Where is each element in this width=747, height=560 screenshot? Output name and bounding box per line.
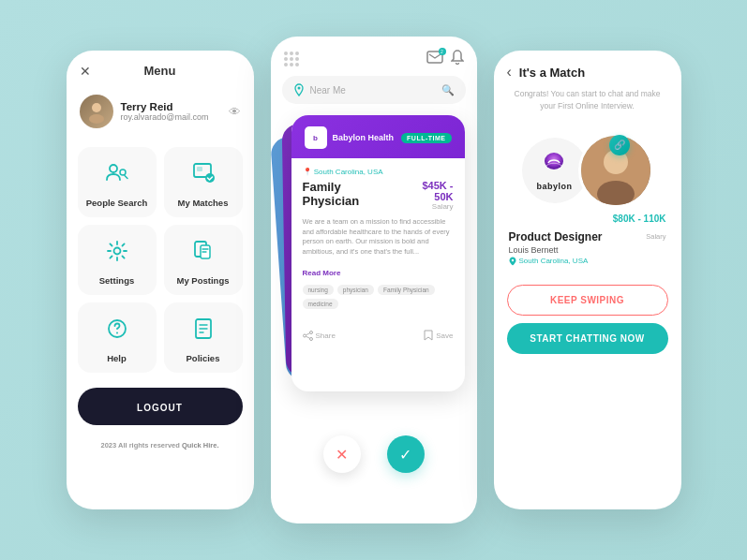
tag-medicine: medicine <box>303 299 338 309</box>
babylon-logo-small: b <box>305 126 327 149</box>
menu-item-help[interactable]: Help <box>78 302 157 373</box>
babylon-logo: babylon <box>536 150 572 191</box>
avatar <box>80 95 113 128</box>
svg-point-7 <box>113 248 120 255</box>
job-search-screen: 2 Near Me 🔍 <box>271 37 477 523</box>
notification-icon-wrap[interactable] <box>451 50 464 68</box>
link-icon: 🔗 <box>609 135 630 155</box>
svg-point-29 <box>511 258 513 260</box>
svg-point-13 <box>116 332 118 334</box>
search-top-bar: 2 <box>271 37 477 76</box>
location-search-bar[interactable]: Near Me 🔍 <box>282 76 466 104</box>
company-name-text: babylon <box>536 182 572 191</box>
menu-header: ✕ Menu <box>67 51 254 87</box>
accept-button[interactable]: ✓ <box>387 435 425 473</box>
card-location: 📍 South Carolina, USA <box>303 168 454 176</box>
menu-item-settings[interactable]: Settings <box>78 225 157 295</box>
menu-title: Menu <box>144 64 176 78</box>
user-email: roy.alvarado@mail.com <box>121 112 241 122</box>
menu-screen: ✕ Menu Terry Reid roy.alvarado@mail.com … <box>67 51 254 509</box>
svg-rect-5 <box>197 167 202 171</box>
back-button[interactable]: ‹ <box>507 64 512 81</box>
eye-icon[interactable]: 👁 <box>229 105 241 119</box>
svg-point-0 <box>92 103 101 112</box>
help-icon <box>104 316 130 347</box>
user-info: Terry Reid roy.alvarado@mail.com <box>121 101 241 122</box>
job-type-badge: FULL-TIME <box>401 133 451 143</box>
match-header: ‹ It's a Match <box>494 51 681 88</box>
card-company-name: Babylon Health <box>333 133 395 142</box>
message-badge: 2 <box>439 48 446 55</box>
settings-icon <box>104 238 130 270</box>
card-actions: Share Save <box>291 324 465 350</box>
card-header: b Babylon Health FULL-TIME <box>291 115 465 158</box>
grid-dots-icon <box>284 52 299 66</box>
card-description: We are a team on a mission to find acces… <box>303 217 454 257</box>
message-icon-wrap[interactable]: 2 <box>426 51 443 67</box>
svg-point-3 <box>120 169 126 175</box>
start-chatting-button[interactable]: START CHATTING NOW <box>507 323 668 354</box>
policies-label: Policies <box>187 353 220 363</box>
share-action[interactable]: Share <box>303 330 336 341</box>
swipe-buttons: ✕ ✓ <box>271 422 477 482</box>
match-subtitle: Congrats! You can start to chat and make… <box>494 88 681 124</box>
person-name: Louis Bernett <box>509 245 666 255</box>
settings-label: Settings <box>99 275 134 286</box>
svg-point-19 <box>297 87 300 90</box>
logout-button[interactable]: LOGOUT <box>78 388 243 425</box>
search-magnifier-icon: 🔍 <box>441 84 455 96</box>
user-profile-row: Terry Reid roy.alvarado@mail.com 👁 <box>67 87 254 140</box>
card-body: 📍 South Carolina, USA Family Physician $… <box>291 158 465 324</box>
my-postings-label: My Postings <box>177 275 230 286</box>
svg-line-23 <box>306 332 309 334</box>
menu-item-my-matches[interactable]: My Matches <box>164 147 243 217</box>
location-icon <box>293 83 305 96</box>
logout-label: LOGOUT <box>137 403 183 413</box>
tag-family: Family Physician <box>378 285 435 295</box>
location-text: Near Me <box>310 85 436 96</box>
match-title: It's a Match <box>519 66 585 80</box>
match-action-buttons: KEEP SWIPING START CHATTING NOW <box>494 272 681 360</box>
svg-point-2 <box>110 165 117 172</box>
job-location: South Carolina, USA <box>509 257 666 266</box>
job-card-front[interactable]: b Babylon Health FULL-TIME 📍 South Carol… <box>291 115 465 391</box>
footer-text: 2023 All rights reserved Quick Hire. <box>100 441 218 449</box>
svg-point-25 <box>545 153 563 169</box>
menu-item-policies[interactable]: Policies <box>164 302 243 373</box>
search-action-icons: 2 <box>426 50 464 68</box>
job-title: Product Designer <box>509 230 603 243</box>
save-action[interactable]: Save <box>424 330 453 341</box>
menu-grid: People Search My Matches <box>67 140 254 380</box>
svg-point-6 <box>205 173 215 183</box>
user-name: Terry Reid <box>121 101 241 112</box>
people-search-icon <box>104 160 130 192</box>
match-logo-area: babylon 🔗 <box>494 124 681 221</box>
my-postings-icon <box>190 238 217 270</box>
policies-icon <box>190 316 217 347</box>
svg-line-24 <box>306 336 309 338</box>
svg-point-22 <box>309 337 312 340</box>
menu-item-my-postings[interactable]: My Postings <box>164 225 243 295</box>
svg-point-21 <box>309 331 312 333</box>
close-icon[interactable]: ✕ <box>80 64 91 79</box>
svg-point-1 <box>89 114 104 124</box>
match-screen: ‹ It's a Match Congrats! You can start t… <box>494 51 681 509</box>
keep-swiping-button[interactable]: KEEP SWIPING <box>507 285 668 316</box>
menu-footer: 2023 All rights reserved Quick Hire. <box>67 431 254 455</box>
my-matches-label: My Matches <box>178 198 229 208</box>
svg-point-20 <box>303 334 306 337</box>
card-job-title: Family Physician <box>303 180 401 208</box>
job-salary-label: Salary <box>613 232 666 241</box>
match-job-info: Product Designer $80K - 110K Salary Loui… <box>494 221 681 272</box>
job-card-stack: b Babylon H... ● South Caro... Family P.… <box>271 113 477 422</box>
reject-button[interactable]: ✕ <box>323 435 361 473</box>
card-tags: nursing physician Family Physician medic… <box>303 285 454 309</box>
card-salary: $45K - 50K <box>401 180 454 202</box>
tag-physician: physician <box>337 285 374 295</box>
card-salary-label: Salary <box>401 202 454 211</box>
read-more-link[interactable]: Read More <box>303 269 341 277</box>
people-search-label: People Search <box>86 198 147 208</box>
my-matches-icon <box>190 160 217 192</box>
help-label: Help <box>107 353 127 363</box>
menu-item-people-search[interactable]: People Search <box>78 147 157 217</box>
